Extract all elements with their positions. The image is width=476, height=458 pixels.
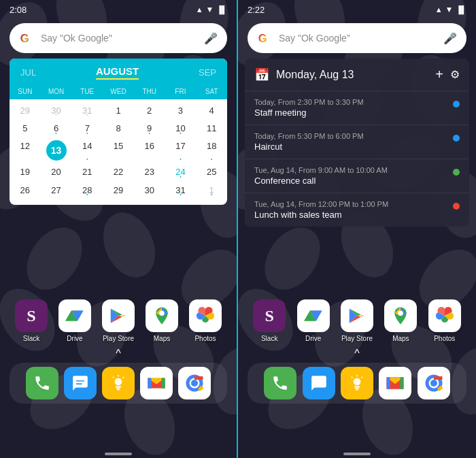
search-bar-right[interactable]: G Say "Ok Google" 🎤 [248,23,466,53]
app-maps-left[interactable]: Maps [146,299,178,342]
home-indicator-left [105,453,132,455]
calendar-widget-left: JUL AUGUST SEP SUN MON TUE WED THU FRI S… [10,59,227,205]
next-month[interactable]: SEP [199,67,216,78]
cal-cell[interactable]: 21 [71,163,103,181]
photos-icon-left [189,299,222,332]
messages-icon-right [303,367,335,399]
app-messages-left[interactable] [64,367,97,399]
playstore-icon-right [341,299,373,332]
app-drive-left[interactable]: Drive [58,299,91,342]
cal-cell[interactable]: 20 [41,163,72,181]
app-playstore-right[interactable]: Play Store [341,299,373,342]
cal-cell[interactable]: 24• [165,163,197,181]
svg-point-28 [159,311,165,316]
event-item-4[interactable]: Tue, Aug 14, From 12:00 PM to 1:00 PM Lu… [245,193,469,227]
app-dock-area-left: S Slack Drive [0,297,237,404]
dock-row-left [10,363,227,404]
cal-cell[interactable]: 29 [10,102,41,120]
app-gmail-left[interactable] [140,367,173,399]
event-item-2[interactable]: Today, From 5:30 PM to 6:00 PM Haircut [245,125,469,159]
cal-cell[interactable]: 16 [134,137,165,163]
svg-point-69 [398,311,404,316]
svg-line-72 [361,377,362,378]
cal-cell-today[interactable]: 13 [41,137,72,163]
cal-cell[interactable]: 4 [196,102,227,120]
settings-button[interactable]: ⚙ [450,68,460,81]
cal-cell[interactable]: 1• [196,182,227,199]
cal-cell[interactable]: 3 [165,102,197,120]
cal-cell[interactable]: 10• [165,120,197,137]
svg-text:G: G [20,32,29,44]
app-messages-right[interactable] [303,367,335,399]
app-slack-right[interactable]: S Slack [253,299,286,342]
app-chrome-left[interactable] [178,367,211,399]
cal-cell[interactable]: 22 [103,163,134,181]
event-dot-4 [453,203,460,210]
cal-cell[interactable]: 31• [165,182,197,199]
app-phone-right[interactable] [264,367,296,399]
cal-cell[interactable]: 2 [134,102,165,120]
cal-cell[interactable]: 14• [71,137,103,163]
search-bar-left[interactable]: G G Say "Ok Google" 🎤 [10,23,227,53]
cal-cell[interactable]: 6• [41,120,72,137]
app-bulb-right[interactable] [341,367,373,399]
app-slack-left[interactable]: S Slack [15,299,48,342]
app-drawer-chevron-left[interactable]: ^ [0,345,237,363]
svg-line-32 [113,377,114,378]
cal-cell[interactable]: 9• [134,120,165,137]
events-date: Monday, Aug 13 [276,69,428,81]
app-gmail-right[interactable] [379,367,411,399]
cal-cell[interactable]: 19 [10,163,41,181]
app-photos-left[interactable]: Photos [189,299,222,342]
event-item-3[interactable]: Tue, Aug 14, From 9:00 AM to 10:00 AM Co… [245,159,469,193]
cal-cell[interactable]: 15 [103,137,134,163]
app-maps-right[interactable]: Maps [384,299,417,342]
cal-cell[interactable]: 17• [165,137,197,163]
cal-cell[interactable]: 31• [71,102,103,120]
cal-cell[interactable]: 28• [71,182,103,199]
signal-icon-right: ▲ [435,5,443,14]
cal-cell[interactable]: 8 [103,120,134,137]
day-fri: FRI [165,88,197,95]
maps-icon-left [146,299,178,332]
photos-icon-right [428,299,461,332]
mic-icon-right[interactable]: 🎤 [443,32,457,45]
app-photos-right[interactable]: Photos [428,299,461,342]
phone-icon-right [264,367,296,399]
cal-cell[interactable]: 5 [10,120,41,137]
app-label-maps-left: Maps [154,335,170,342]
event-content-4: Tue, Aug 14, From 12:00 PM to 1:00 PM Lu… [254,200,446,220]
app-drive-right[interactable]: Drive [297,299,330,342]
cal-cell[interactable]: 30• [41,102,72,120]
cal-cell[interactable]: 26 [10,182,41,199]
cal-cell[interactable]: 1 [103,102,134,120]
cal-cell[interactable]: 29 [103,182,134,199]
app-phone-left[interactable] [26,367,58,399]
app-playstore-left[interactable]: Play Store [102,299,135,342]
app-drawer-chevron-right[interactable]: ^ [238,345,476,363]
cal-cell[interactable]: 25 [196,163,227,181]
day-tue: TUE [71,88,103,95]
current-month[interactable]: AUGUST [96,65,139,80]
chrome-icon-left [178,367,211,399]
maps-icon-right [384,299,417,332]
messages-icon-left [64,367,97,399]
app-bulb-left[interactable] [102,367,135,399]
drive-icon-right [297,299,330,332]
app-chrome-right[interactable] [418,367,450,399]
cal-cell[interactable]: 18• [196,137,227,163]
svg-point-70 [354,378,361,385]
battery-icon: ▐▌ [216,5,227,14]
cal-cell[interactable]: 27 [41,182,72,199]
add-event-button[interactable]: + [435,67,443,82]
prev-month[interactable]: JUL [20,67,36,78]
cal-cell[interactable]: 23 [134,163,165,181]
event-item-1[interactable]: Today, From 2:30 PM to 3:30 PM Staff mee… [245,91,469,125]
cal-cell[interactable]: 11 [196,120,227,137]
day-thu: THU [134,88,165,95]
mic-icon-left[interactable]: 🎤 [204,32,218,45]
cal-cell[interactable]: 30 [134,182,165,199]
status-time-right: 2:22 [248,5,265,15]
cal-cell[interactable]: 7• [71,120,103,137]
cal-cell[interactable]: 12 [10,137,41,163]
